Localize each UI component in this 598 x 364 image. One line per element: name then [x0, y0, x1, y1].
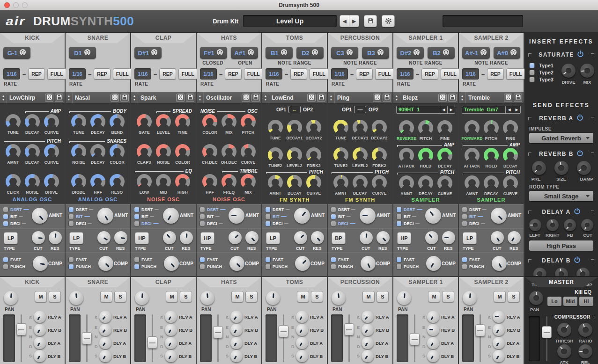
mute-button[interactable]: M: [231, 291, 244, 302]
delay-a-knob-fb[interactable]: [564, 219, 576, 231]
resonance-knob[interactable]: [311, 231, 324, 244]
solo-button[interactable]: S: [114, 291, 126, 302]
randomize-preset-button[interactable]: [111, 94, 119, 102]
note-button[interactable]: B3: [362, 47, 389, 59]
solo-button[interactable]: S: [508, 291, 520, 302]
master-pan-knob[interactable]: [529, 291, 543, 305]
preset-spinner[interactable]: ▲▼: [197, 92, 204, 103]
kill-eq-button-mid[interactable]: Mid: [563, 297, 577, 306]
solo-button[interactable]: S: [49, 291, 61, 302]
cutoff-knob[interactable]: [360, 231, 373, 244]
save-kit-button[interactable]: [364, 15, 377, 27]
filter-type-button[interactable]: BP: [332, 232, 346, 244]
save-preset-button[interactable]: [120, 94, 129, 102]
checkbox-fast[interactable]: [265, 257, 271, 262]
send-knob-dly-a[interactable]: [362, 337, 374, 349]
sample-selector[interactable]: Tremble_Gm7◀▶: [462, 106, 521, 114]
knob-attack[interactable]: [465, 148, 480, 163]
knob-decay[interactable]: [90, 114, 105, 129]
note-button[interactable]: D1: [69, 47, 96, 59]
next-sample-button[interactable]: ▶: [447, 106, 455, 113]
filter-type-button[interactable]: LP: [4, 232, 18, 244]
send-knob-rev-a[interactable]: [427, 311, 439, 323]
knob-decay[interactable]: [287, 175, 302, 190]
checkbox-punch[interactable]: [396, 264, 402, 269]
mute-button[interactable]: M: [428, 291, 440, 302]
checkbox-deci[interactable]: [396, 221, 402, 226]
note-button[interactable]: F#1: [200, 47, 227, 59]
preset-name[interactable]: Ping: [335, 95, 373, 101]
volume-fader[interactable]: [213, 326, 223, 338]
checkbox-bit[interactable]: [331, 214, 336, 219]
compressor-bottom-knob-atk[interactable]: [557, 344, 571, 358]
checkbox-dsrt[interactable]: [199, 207, 205, 212]
note-button[interactable]: B2: [428, 47, 455, 59]
amount-knob[interactable]: [97, 208, 113, 224]
checkbox-punch[interactable]: [134, 264, 140, 269]
preset-name[interactable]: Nasal: [73, 95, 111, 101]
reverb-b-knob-pre[interactable]: [532, 161, 546, 175]
checkbox-fast[interactable]: [3, 257, 8, 262]
preset-spinner[interactable]: ▲▼: [0, 92, 7, 103]
filter-type-button[interactable]: LP: [266, 232, 280, 244]
send-knob-dly-a[interactable]: [34, 337, 46, 349]
send-knob-dly-b[interactable]: [362, 350, 374, 362]
knob-curve[interactable]: [241, 144, 256, 159]
prev-sample-button[interactable]: ◀: [505, 106, 513, 113]
knob-high[interactable]: [175, 174, 190, 189]
zoom-window-button[interactable]: [22, 2, 28, 8]
send-knob-dly-a[interactable]: [230, 337, 243, 349]
pan-knob[interactable]: [69, 291, 83, 305]
send-knob-rev-b[interactable]: [296, 324, 308, 336]
preset-spinner[interactable]: ▲▼: [459, 92, 466, 103]
cutoff-knob[interactable]: [163, 231, 176, 244]
send-knob-dly-b[interactable]: [296, 350, 308, 362]
next-kit-button[interactable]: ▶: [349, 15, 359, 27]
randomize-preset-button[interactable]: [307, 94, 316, 102]
checkbox-punch[interactable]: [199, 264, 205, 269]
knob-tune[interactable]: [71, 114, 86, 129]
note-button[interactable]: D#2: [397, 47, 424, 59]
knob-low[interactable]: [137, 174, 152, 189]
randomize-preset-button[interactable]: [438, 94, 447, 102]
knob-decay1[interactable]: [287, 120, 302, 135]
randomize-preset-button[interactable]: [504, 94, 512, 102]
volume-fader[interactable]: [344, 323, 354, 335]
knob-decay[interactable]: [90, 144, 105, 159]
pan-knob[interactable]: [266, 291, 280, 305]
send-knob-dly-a[interactable]: [427, 337, 439, 349]
comp-knob[interactable]: [33, 256, 48, 271]
solo-button[interactable]: S: [377, 291, 389, 302]
checkbox-type1[interactable]: [529, 63, 535, 68]
full-button[interactable]: FULL: [47, 68, 66, 80]
checkbox-fast[interactable]: [199, 257, 205, 262]
knob-mix[interactable]: [221, 114, 236, 129]
randomize-preset-button[interactable]: [176, 94, 185, 102]
send-knob-rev-a[interactable]: [230, 311, 243, 323]
knob-hpf[interactable]: [90, 174, 105, 189]
knob-pitch[interactable]: [484, 120, 499, 135]
mute-button[interactable]: M: [35, 291, 47, 302]
knob-amnt[interactable]: [268, 175, 283, 190]
checkbox-fast[interactable]: [331, 257, 336, 262]
saturate-knob-drive[interactable]: [561, 64, 576, 78]
knob-color[interactable]: [175, 144, 190, 159]
preset-name[interactable]: LowEnd: [269, 95, 307, 101]
checkbox-dsrt[interactable]: [3, 207, 8, 212]
checkbox-bit[interactable]: [265, 214, 271, 219]
knob-noise[interactable]: [25, 174, 40, 189]
amount-knob[interactable]: [163, 208, 179, 224]
knob-curve[interactable]: [437, 175, 452, 190]
knob-level[interactable]: [156, 114, 171, 129]
note-button[interactable]: A#0: [494, 47, 520, 59]
knob-tune2[interactable]: [333, 147, 348, 162]
save-preset-button[interactable]: [251, 94, 260, 102]
preset-name[interactable]: Blepz: [400, 95, 438, 101]
knob-drive[interactable]: [44, 174, 59, 189]
amount-knob[interactable]: [32, 208, 48, 224]
pan-knob[interactable]: [4, 291, 18, 305]
volume-fader[interactable]: [410, 333, 420, 345]
send-knob-dly-b[interactable]: [34, 350, 46, 362]
next-sample-button[interactable]: ▶: [513, 106, 520, 113]
pan-knob[interactable]: [463, 291, 477, 305]
